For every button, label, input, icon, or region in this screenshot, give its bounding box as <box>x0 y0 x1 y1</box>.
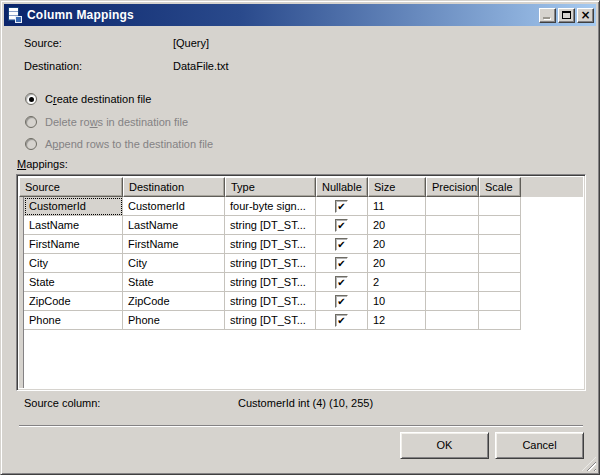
cell-type[interactable]: string [DT_ST... <box>225 292 316 311</box>
maximize-icon <box>562 11 571 19</box>
column-header-source[interactable]: Source <box>19 177 123 197</box>
cell-destination[interactable]: ZipCode <box>123 292 225 311</box>
radio-icon <box>25 116 37 128</box>
close-button[interactable]: × <box>577 8 594 23</box>
nullable-checkbox[interactable]: ✔ <box>335 295 348 308</box>
radio-icon[interactable] <box>25 93 37 105</box>
maximize-button[interactable] <box>558 8 575 23</box>
column-header-size[interactable]: Size <box>368 177 426 197</box>
cancel-button[interactable]: Cancel <box>495 432 584 459</box>
column-mappings-dialog: Column Mappings × Source: [Query] Destin… <box>0 0 600 475</box>
cell-type[interactable]: string [DT_ST... <box>225 254 316 273</box>
column-header-nullable[interactable]: Nullable <box>316 177 368 197</box>
cell-nullable[interactable]: ✔ <box>316 292 368 311</box>
nullable-checkbox[interactable]: ✔ <box>335 238 348 251</box>
column-header-scale[interactable]: Scale <box>479 177 521 197</box>
radio-option-delete-rows-in-destination-file: Delete rows in destination file <box>25 116 188 128</box>
destination-value: DataFile.txt <box>173 60 229 72</box>
cell-scale[interactable] <box>479 235 521 254</box>
radio-option-label: Append rows to the destination file <box>45 138 213 150</box>
cell-precision[interactable] <box>426 197 479 216</box>
cell-nullable[interactable]: ✔ <box>316 235 368 254</box>
cell-size[interactable]: 20 <box>368 216 426 235</box>
cell-destination[interactable]: CustomerId <box>123 197 225 216</box>
grid-header-row: Source Destination Type Nullable Size Pr… <box>19 177 583 197</box>
radio-icon <box>25 138 37 150</box>
cell-precision[interactable] <box>426 216 479 235</box>
cell-size[interactable]: 20 <box>368 235 426 254</box>
table-row: PhonePhonestring [DT_ST...✔12 <box>24 311 583 330</box>
cell-size[interactable]: 12 <box>368 311 426 330</box>
source-column-value: CustomerId int (4) (10, 255) <box>238 397 373 409</box>
column-header-type[interactable]: Type <box>225 177 316 197</box>
cell-precision[interactable] <box>426 311 479 330</box>
minimize-button <box>539 8 556 23</box>
cell-scale[interactable] <box>479 311 521 330</box>
cell-nullable[interactable]: ✔ <box>316 216 368 235</box>
cell-size[interactable]: 2 <box>368 273 426 292</box>
cell-destination[interactable]: FirstName <box>123 235 225 254</box>
table-row: CityCitystring [DT_ST...✔20 <box>24 254 583 273</box>
column-header-precision[interactable]: Precision <box>426 177 479 197</box>
cell-scale[interactable] <box>479 292 521 311</box>
mappings-grid: Source Destination Type Nullable Size Pr… <box>16 174 586 391</box>
table-row: StateStatestring [DT_ST...✔2 <box>24 273 583 292</box>
radio-option-label: Create destination file <box>45 93 151 105</box>
cell-type[interactable]: string [DT_ST... <box>225 311 316 330</box>
radio-option-label: Delete rows in destination file <box>45 116 188 128</box>
cell-size[interactable]: 20 <box>368 254 426 273</box>
cell-type[interactable]: string [DT_ST... <box>225 273 316 292</box>
table-row: LastNameLastNamestring [DT_ST...✔20 <box>24 216 583 235</box>
column-header-filler <box>521 177 583 197</box>
cell-source[interactable]: State <box>24 273 123 292</box>
cell-source[interactable]: City <box>24 254 123 273</box>
cell-size[interactable]: 10 <box>368 292 426 311</box>
nullable-checkbox[interactable]: ✔ <box>335 219 348 232</box>
cell-type[interactable]: four-byte sign... <box>225 197 316 216</box>
table-row: ZipCodeZipCodestring [DT_ST...✔10 <box>24 292 583 311</box>
nullable-checkbox[interactable]: ✔ <box>335 314 348 327</box>
footer-separator <box>19 425 583 427</box>
cell-scale[interactable] <box>479 197 521 216</box>
cell-source[interactable]: LastName <box>24 216 123 235</box>
radio-option-append-rows-to-destination-file: Append rows to the destination file <box>25 138 213 150</box>
cell-source[interactable]: CustomerId <box>24 197 123 216</box>
destination-label: Destination: <box>24 60 82 72</box>
cell-scale[interactable] <box>479 273 521 292</box>
cell-source[interactable]: FirstName <box>24 235 123 254</box>
cell-precision[interactable] <box>426 254 479 273</box>
cell-nullable[interactable]: ✔ <box>316 197 368 216</box>
source-value: [Query] <box>173 37 209 49</box>
source-column-label: Source column: <box>24 397 100 409</box>
cell-scale[interactable] <box>479 254 521 273</box>
cell-precision[interactable] <box>426 235 479 254</box>
resize-grip-icon[interactable] <box>582 457 596 471</box>
cell-source[interactable]: Phone <box>24 311 123 330</box>
cell-destination[interactable]: LastName <box>123 216 225 235</box>
cell-precision[interactable] <box>426 273 479 292</box>
cell-destination[interactable]: Phone <box>123 311 225 330</box>
nullable-checkbox[interactable]: ✔ <box>335 257 348 270</box>
grid-body: CustomerIdCustomerIdfour-byte sign...✔11… <box>19 197 583 388</box>
document-icon-square <box>15 16 22 23</box>
cell-type[interactable]: string [DT_ST... <box>225 235 316 254</box>
cell-scale[interactable] <box>479 216 521 235</box>
cell-nullable[interactable]: ✔ <box>316 311 368 330</box>
column-header-destination[interactable]: Destination <box>123 177 225 197</box>
window-title: Column Mappings <box>23 8 537 22</box>
cell-destination[interactable]: State <box>123 273 225 292</box>
cell-type[interactable]: string [DT_ST... <box>225 216 316 235</box>
cell-nullable[interactable]: ✔ <box>316 254 368 273</box>
titlebar[interactable]: Column Mappings × <box>4 4 596 26</box>
cell-precision[interactable] <box>426 292 479 311</box>
ok-button[interactable]: OK <box>400 432 489 459</box>
cell-nullable[interactable]: ✔ <box>316 273 368 292</box>
cell-size[interactable]: 11 <box>368 197 426 216</box>
minimize-icon <box>543 17 550 19</box>
document-mapping-icon <box>7 7 23 23</box>
cell-destination[interactable]: City <box>123 254 225 273</box>
nullable-checkbox[interactable]: ✔ <box>335 200 348 213</box>
cell-source[interactable]: ZipCode <box>24 292 123 311</box>
nullable-checkbox[interactable]: ✔ <box>335 276 348 289</box>
radio-option-create-destination-file[interactable]: Create destination file <box>25 93 151 105</box>
